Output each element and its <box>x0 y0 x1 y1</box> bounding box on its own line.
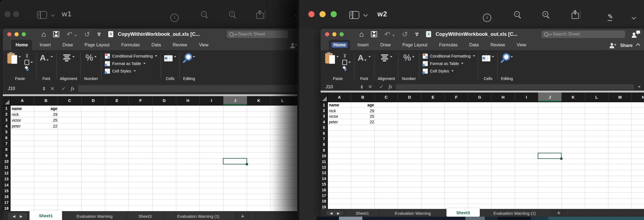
cell-styles-dropdown-arrow[interactable] <box>134 70 136 72</box>
font-button[interactable]: A. <box>358 52 371 63</box>
column-header[interactable]: F <box>445 92 468 102</box>
sheet-tab-1[interactable]: Sheet1 <box>30 210 62 220</box>
row-header[interactable]: 5 <box>321 125 327 131</box>
formula-input[interactable] <box>396 84 634 90</box>
cells-button[interactable]: ↔ <box>482 52 494 61</box>
column-header[interactable]: K <box>562 92 585 102</box>
row-header[interactable]: 2 <box>3 111 10 117</box>
row-header[interactable]: 7 <box>3 141 10 147</box>
number-dropdown-arrow[interactable] <box>412 56 414 58</box>
row-header[interactable]: 8 <box>3 147 10 152</box>
row-header[interactable]: 6 <box>321 131 327 136</box>
tab-view[interactable]: View <box>199 40 208 50</box>
grid-cell[interactable]: victor <box>329 114 350 119</box>
row-header[interactable]: 17 <box>3 200 10 206</box>
select-all-corner[interactable] <box>321 92 328 102</box>
row-header[interactable]: 18 <box>321 199 327 204</box>
alignment-button[interactable] <box>63 52 75 66</box>
share-cluster[interactable]: +Share <box>609 43 640 48</box>
ribbon-collapse-icon[interactable] <box>415 32 419 36</box>
grid-cell[interactable]: age <box>351 102 376 108</box>
row-header[interactable]: 16 <box>3 194 10 200</box>
excel-window[interactable]: ⌂↶↺XCopyWithinWorkbook_out.xls [C...Sear… <box>321 29 644 217</box>
column-header[interactable]: E <box>421 92 445 102</box>
grid-cell[interactable]: peter <box>329 119 350 125</box>
select-all-corner[interactable] <box>3 96 11 105</box>
titlebar-chevron-down-icon[interactable] <box>364 12 367 17</box>
info-icon[interactable]: i <box>483 14 491 22</box>
undo-icon[interactable]: ↶ <box>67 31 72 38</box>
minimize-button[interactable] <box>332 32 336 36</box>
sheet-nav[interactable]: ◀▶ <box>326 211 343 216</box>
grid-cell[interactable]: 29 <box>34 111 59 117</box>
sheet-tab-4[interactable]: Evaluation Warning (1) <box>163 211 234 220</box>
format-painter-button[interactable] <box>24 66 30 71</box>
grid-cell[interactable]: name <box>12 106 33 111</box>
titlebar-chevron-down-icon[interactable] <box>51 12 54 17</box>
tab-home[interactable]: Home <box>11 40 32 50</box>
row-header[interactable]: 8 <box>321 142 327 148</box>
column-header[interactable]: F <box>129 96 153 105</box>
window-w2[interactable]: w2i−+✎A⌂↶↺XCopyWithinWorkbook_out.xls [C… <box>297 0 644 220</box>
close-button[interactable] <box>308 11 314 17</box>
format-painter-button[interactable] <box>342 66 347 71</box>
editing-dropdown-arrow[interactable] <box>511 56 513 58</box>
tab-review[interactable]: Review <box>173 40 187 50</box>
editing-button[interactable] <box>501 52 513 63</box>
sheet-tab-2[interactable]: Evaluation Warning <box>62 211 127 220</box>
column-header[interactable]: D <box>398 92 421 102</box>
add-sheet-button[interactable]: + <box>234 211 252 220</box>
zoom-out-icon[interactable]: − <box>201 11 208 19</box>
row-header[interactable]: 18 <box>3 206 10 211</box>
tab-review[interactable]: Review <box>490 40 505 50</box>
number-dropdown-arrow[interactable] <box>94 56 97 58</box>
save-icon[interactable] <box>371 31 377 37</box>
cells-button[interactable]: ↔ <box>164 52 176 61</box>
copy-dropdown-arrow[interactable] <box>31 62 33 63</box>
font-dropdown-arrow[interactable] <box>368 56 371 58</box>
row-header[interactable]: 15 <box>321 181 327 187</box>
sheet-tab-3[interactable]: Sheet3 <box>446 208 480 217</box>
column-header[interactable]: J <box>538 92 562 102</box>
row-header[interactable]: 1 <box>3 106 10 111</box>
column-header[interactable]: B <box>34 96 58 105</box>
grid-cell[interactable]: 25 <box>351 114 376 119</box>
cell-styles-dropdown-arrow[interactable] <box>451 70 454 72</box>
row-header[interactable]: 11 <box>321 159 327 164</box>
copy-button[interactable] <box>342 60 351 65</box>
name-box[interactable]: J10 <box>6 86 47 91</box>
column-header[interactable]: M <box>608 92 632 102</box>
cells-area[interactable]: nameagenick29victor25peter22 <box>11 106 299 211</box>
formula-input[interactable] <box>78 85 299 92</box>
row-header[interactable]: 15 <box>3 188 10 194</box>
sheet-nav-left-arrow[interactable]: ◀ <box>330 211 333 215</box>
grid-cell[interactable]: nick <box>12 111 33 117</box>
paste-dropdown-arrow[interactable] <box>19 56 21 58</box>
excel-window[interactable]: ⌂↶↺XCopyWithinWorkbook_out.xls [C...Sear… <box>3 29 299 220</box>
redo-icon[interactable]: ↺ <box>84 31 90 38</box>
column-header[interactable]: L <box>271 96 294 105</box>
sheet-nav-right-arrow[interactable]: ▶ <box>337 211 340 215</box>
minimize-button[interactable] <box>319 11 326 17</box>
editing-dropdown-arrow[interactable] <box>193 56 195 58</box>
sheet-nav-left-arrow[interactable]: ◀ <box>13 214 15 218</box>
sheet-tab-2[interactable]: Evaluation Warning <box>379 209 446 217</box>
alignment-dropdown-arrow[interactable] <box>72 56 75 58</box>
zoom-button[interactable] <box>340 32 344 36</box>
grid-cell[interactable]: 29 <box>351 108 376 113</box>
tab-draw[interactable]: Draw <box>380 40 390 50</box>
row-header[interactable]: 13 <box>321 170 327 176</box>
sidebar-toggle-icon[interactable] <box>349 11 359 19</box>
window-control-dot[interactable] <box>13 11 19 17</box>
name-box[interactable]: J10 <box>323 84 365 89</box>
excel-titlebar[interactable]: ⌂↶↺XCopyWithinWorkbook_out.xls [C...Sear… <box>321 29 644 40</box>
ribbon-collapse-icon[interactable] <box>97 32 101 36</box>
search-input[interactable]: Search Sheet <box>227 31 288 38</box>
tab-home[interactable]: Home <box>329 40 350 50</box>
column-header[interactable]: N <box>632 92 644 102</box>
format-as-table-button[interactable]: Format as Table <box>423 60 463 67</box>
column-header[interactable]: C <box>375 92 398 102</box>
editing-button[interactable] <box>183 52 195 63</box>
tab-formulas[interactable]: Formulas <box>439 40 458 50</box>
column-header[interactable]: H <box>176 96 200 105</box>
